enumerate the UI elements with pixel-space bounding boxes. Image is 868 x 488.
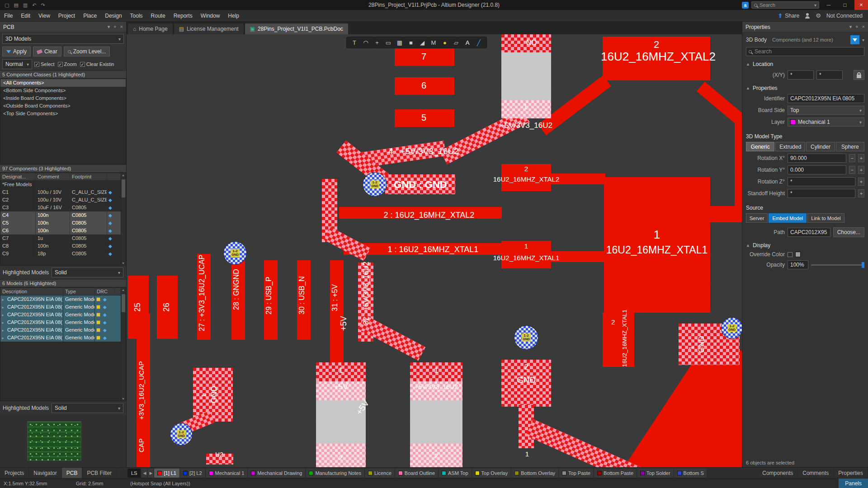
highlighted-models-dropdown[interactable]: Solid▾ [52, 403, 123, 413]
close-button[interactable]: × [854, 0, 868, 10]
menu-view[interactable]: View [34, 10, 54, 22]
model-row[interactable]: ▸CAPC2012X95N EIA 08(Generic Mode◆ [0, 303, 126, 311]
action-dropdown[interactable]: Normal▾ [2, 59, 32, 69]
save-icon[interactable]: ▤ [14, 2, 18, 8]
model-row[interactable]: ▸CAPC2012X95N EIA 08(Generic Mode◆ [0, 311, 126, 319]
scrollbar[interactable] [121, 173, 126, 265]
column-header[interactable]: Footprint [70, 173, 107, 180]
increment-button[interactable]: + [858, 178, 864, 186]
measure-tool-icon[interactable]: M [428, 38, 439, 47]
model-type-extruded[interactable]: Extruded [775, 142, 805, 151]
close-panel-icon[interactable]: × [120, 24, 123, 30]
checkbox-clear-existin[interactable]: ✓Clear Existin [80, 61, 114, 67]
clear-button[interactable]: Clear [33, 47, 61, 56]
copper-shape[interactable] [710, 206, 742, 222]
component-class-item[interactable]: <Top Side Components> [0, 110, 126, 117]
menu-route[interactable]: Route [147, 10, 170, 22]
scroll-right-icon[interactable]: ▶ [148, 469, 154, 478]
chevron-down-icon[interactable]: ▾ [108, 24, 110, 30]
chevron-down-icon[interactable]: ▾ [849, 24, 852, 30]
menu-tools[interactable]: Tools [126, 10, 147, 22]
free-models-row[interactable]: *Free Models [0, 181, 126, 188]
global-search-input[interactable]: Search ▾ [751, 1, 819, 9]
component-class-item[interactable]: <Bottom Side Components> [0, 87, 126, 94]
maximize-button[interactable]: □ [838, 0, 852, 10]
model-type-generic[interactable]: Generic [746, 142, 774, 151]
expand-icon[interactable]: ▸ [0, 336, 5, 340]
layer-tab-licence[interactable]: Licence [365, 469, 395, 478]
expand-icon[interactable]: ▸ [0, 297, 5, 302]
copper-shape[interactable]: 1-2 [371, 181, 378, 184]
panels-button[interactable]: Panels [839, 479, 868, 488]
filter-button[interactable] [850, 35, 859, 44]
panel-mode-dropdown[interactable]: 3D Models▾ [2, 34, 124, 44]
identifier-field[interactable]: CAPC2012X95N EIA 0805 [788, 94, 864, 103]
layer-tab-bottom-s[interactable]: Bottom S [674, 469, 708, 478]
close-panel-icon[interactable]: × [862, 24, 865, 30]
via[interactable]: 1-2GND [514, 325, 538, 350]
y-field[interactable]: * [816, 70, 843, 80]
expand-icon[interactable]: ▸ [0, 313, 5, 317]
via[interactable]: 1-2GND [170, 423, 193, 446]
layer-tab-top-paste[interactable]: Top Paste [559, 469, 594, 478]
model-type-sphere[interactable]: Sphere [836, 142, 864, 151]
layer-tab-asm-top[interactable]: ASM Top [439, 469, 472, 478]
component-class-item[interactable]: <Outside Board Components> [0, 102, 126, 110]
checkbox-select[interactable]: ✓Select [34, 61, 55, 67]
component-row[interactable]: C918pC0805◆ [0, 250, 126, 258]
minimize-button[interactable]: ─ [822, 0, 835, 10]
chevron-down-icon[interactable]: ▾ [862, 38, 864, 42]
copper-shape[interactable]: GND [728, 328, 736, 332]
source-server[interactable]: Server [746, 213, 768, 223]
expand-icon[interactable]: ▸ [0, 328, 5, 333]
via[interactable]: 1-2GND [363, 172, 387, 197]
redo-icon[interactable]: ↷ [41, 2, 45, 8]
copper-shape[interactable]: 1-2GND [727, 324, 736, 332]
properties-bottom-tab-properties[interactable]: Properties [834, 468, 868, 479]
line-tool-icon[interactable]: ╱ [473, 38, 484, 47]
layer-tab-bottom-overlay[interactable]: Bottom Overlay [511, 469, 559, 478]
scrollbar[interactable] [121, 288, 126, 401]
copper-shape[interactable] [501, 52, 551, 100]
component-class-item[interactable]: <All Components> [0, 79, 126, 87]
expand-icon[interactable]: ▸ [0, 305, 5, 310]
apply-button[interactable]: Apply [2, 47, 31, 56]
increment-button[interactable]: + [858, 166, 864, 174]
menu-edit[interactable]: Edit [17, 10, 34, 22]
text-tool-icon[interactable]: T [349, 38, 360, 47]
origin-tool-icon[interactable]: + [372, 38, 382, 47]
copper-shape[interactable]: GND [178, 434, 185, 438]
copper-shape[interactable]: 1-2 [523, 334, 530, 338]
open-icon[interactable]: ▥ [23, 2, 28, 8]
lock-button[interactable] [854, 70, 864, 80]
checkbox-zoom[interactable]: ✓Zoom [58, 61, 77, 67]
x-field[interactable]: * [788, 70, 814, 80]
tab-license-management[interactable]: ▤ License Management [174, 23, 244, 34]
layer-tab-mechanical-1[interactable]: Mechanical 1 [206, 469, 248, 478]
slope-tool-icon[interactable]: ◢ [417, 38, 428, 47]
panel-tab-projects[interactable]: Projects [0, 468, 29, 479]
layer-tab--1-l1[interactable]: [1] L1 [154, 469, 180, 478]
component-row[interactable]: C1100u / 10VC_ALU_C_SIZE◆ [0, 188, 126, 196]
column-header[interactable]: DRC [95, 288, 115, 295]
source-link-to-model[interactable]: Link to Model [807, 213, 844, 223]
highlighted-models-dropdown[interactable]: Solid▾ [52, 267, 123, 277]
copper-shape[interactable] [410, 400, 462, 444]
polygon-tool-icon[interactable]: ▱ [451, 38, 462, 47]
source-embed-model[interactable]: Embed Model [769, 213, 807, 223]
highlight-tool-icon[interactable]: ● [439, 38, 450, 47]
board-side-dropdown[interactable]: Top▾ [788, 106, 864, 115]
panel-tab-navigator[interactable]: Navigator [29, 468, 61, 479]
rotation-y-field[interactable]: 0.000 [788, 165, 846, 174]
component-row[interactable]: C71uC0805◆ [0, 235, 126, 242]
layer-dropdown[interactable]: Mechanical 1 ▾ [788, 117, 864, 127]
layer-tab-manufacturing-notes[interactable]: Manufacturing Notes [306, 469, 365, 478]
rotation-x-field[interactable]: 90.000 [788, 154, 846, 163]
layer-sets-button[interactable]: LS [127, 469, 141, 478]
tab-pcbdoc[interactable]: ▣ 28Pins_Project_V1I1_PCB.PcbDoc [245, 23, 349, 34]
opacity-slider[interactable] [811, 264, 864, 266]
pcb-canvas[interactable]: 1-2GND 1-2GND 1-2GND 1-2GND 1-2GND 7 6 5… [127, 34, 742, 467]
menu-project[interactable]: Project [54, 10, 79, 22]
pin-panel-icon[interactable]: ⌖ [113, 24, 116, 30]
increment-button[interactable]: + [858, 154, 864, 162]
